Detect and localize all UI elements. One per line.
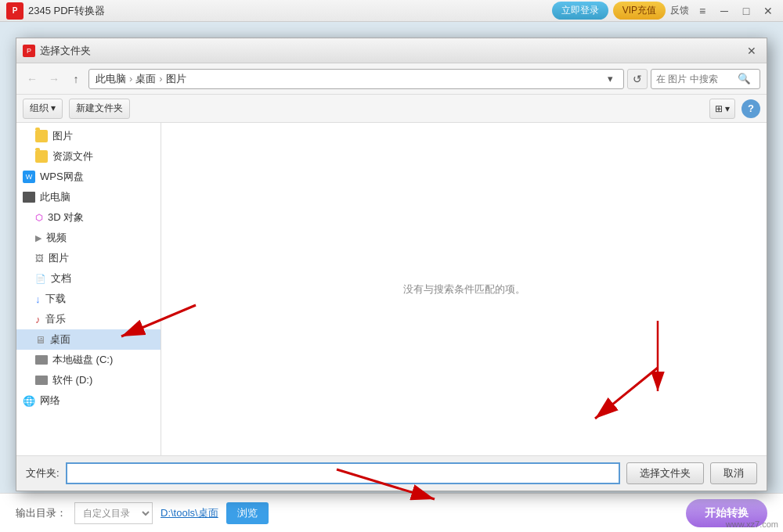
sidebar-item-video[interactable]: ▶ 视频 (16, 228, 161, 248)
sidebar-label: 本地磁盘 (C:) (52, 353, 113, 367)
sidebar-label: 图片 (52, 129, 73, 143)
vip-button[interactable]: VIP充值 (613, 2, 666, 20)
desktop-icon: 🖥 (35, 334, 45, 346)
login-button[interactable]: 立即登录 (552, 2, 608, 20)
minimize-button[interactable]: ─ (716, 2, 733, 20)
dialog-title: 选择文件夹 (40, 44, 743, 58)
breadcrumb-dropdown-button[interactable]: ▾ (603, 72, 617, 86)
dialog-icon: P (23, 45, 35, 57)
output-path-link[interactable]: D:\tools\桌面 (161, 506, 218, 520)
computer-icon (23, 192, 35, 203)
up-button[interactable]: ↑ (67, 70, 85, 88)
forward-button[interactable]: → (45, 70, 63, 88)
watermark: www.xz7.com (726, 519, 778, 529)
file-dialog: P 选择文件夹 ✕ ← → ↑ 此电脑 › 桌面 › 图片 ▾ ↺ 🔍 (16, 38, 767, 491)
sidebar-item-computer[interactable]: 此电脑 (16, 187, 161, 207)
refresh-button[interactable]: ↺ (627, 69, 648, 89)
music-icon: ♪ (35, 314, 41, 325)
dialog-content: 图片 资源文件 W WPS网盘 此电脑 ⬡ 3D 对象 (16, 123, 767, 455)
sidebar-item-desktop[interactable]: 🖥 桌面 (16, 329, 161, 350)
documents-icon: 📄 (35, 274, 46, 284)
sidebar-item-pictures-top[interactable]: 图片 (16, 126, 161, 146)
maximize-button[interactable]: □ (738, 2, 755, 20)
folder-input-label: 文件夹: (26, 466, 60, 480)
drive-c-icon: C (35, 355, 48, 365)
file-area: 没有与搜索条件匹配的项。 (161, 123, 767, 455)
browse-button[interactable]: 浏览 (226, 502, 269, 524)
3d-icon: ⬡ (35, 213, 43, 223)
sidebar-item-pictures[interactable]: 🖼 图片 (16, 248, 161, 268)
downloads-icon: ↓ (35, 293, 41, 305)
sidebar-label: 网络 (40, 394, 60, 408)
search-icon[interactable]: 🔍 (738, 73, 751, 84)
sidebar-item-drive-c[interactable]: C 本地磁盘 (C:) (16, 350, 161, 370)
dialog-close-button[interactable]: ✕ (743, 42, 760, 59)
sidebar-label: 桌面 (50, 332, 70, 347)
network-icon: 🌐 (23, 395, 35, 407)
dialog-bottom: 文件夹: 选择文件夹 取消 (16, 455, 767, 491)
menu-button[interactable]: ≡ (694, 2, 711, 20)
view-button[interactable]: ⊞ ▾ (709, 99, 735, 119)
close-app-button[interactable]: ✕ (760, 2, 777, 20)
sidebar-item-wps[interactable]: W WPS网盘 (16, 167, 161, 187)
app-logo: P (6, 2, 23, 20)
wps-cloud-icon: W (23, 171, 35, 183)
sidebar-label: 图片 (49, 251, 69, 265)
back-button[interactable]: ← (23, 70, 41, 88)
folder-icon (35, 130, 48, 142)
select-folder-button[interactable]: 选择文件夹 (626, 462, 704, 484)
sidebar-label: 视频 (46, 231, 67, 245)
sidebar-item-resources[interactable]: 资源文件 (16, 146, 161, 167)
empty-message: 没有与搜索条件匹配的项。 (403, 282, 525, 297)
breadcrumb-desktop[interactable]: 桌面 (135, 72, 156, 86)
app-nav-buttons: 立即登录 VIP充值 反馈 ≡ ─ □ ✕ (552, 2, 777, 20)
search-input[interactable] (656, 74, 734, 84)
sidebar-item-downloads[interactable]: ↓ 下载 (16, 289, 161, 309)
breadcrumb-pictures[interactable]: 图片 (166, 72, 186, 86)
app-titlebar: P 2345 PDF转换器 立即登录 VIP充值 反馈 ≡ ─ □ ✕ (0, 0, 783, 22)
sidebar-label: 下载 (45, 292, 66, 306)
app-title: 2345 PDF转换器 (28, 4, 552, 18)
sidebar-label: 此电脑 (40, 190, 70, 204)
output-label: 输出目录： (16, 506, 67, 520)
feedback-button[interactable]: 反馈 (670, 4, 689, 17)
dialog-titlebar: P 选择文件夹 ✕ (16, 38, 767, 63)
file-sidebar: 图片 资源文件 W WPS网盘 此电脑 ⬡ 3D 对象 (16, 123, 161, 455)
cancel-button[interactable]: 取消 (710, 462, 757, 484)
video-icon: ▶ (35, 233, 41, 243)
breadcrumb-computer[interactable]: 此电脑 (96, 72, 126, 86)
sidebar-label: 3D 对象 (48, 210, 84, 225)
output-select[interactable]: 自定义目录 (74, 502, 153, 524)
organize-button[interactable]: 组织 ▾ (23, 99, 63, 119)
app-bottom-bar: 输出目录： 自定义目录 D:\tools\桌面 浏览 开始转换 (0, 493, 783, 532)
folder-path-input[interactable] (66, 462, 620, 484)
sidebar-label: 音乐 (45, 312, 66, 326)
sidebar-label: 软件 (D:) (52, 373, 92, 387)
new-folder-button[interactable]: 新建文件夹 (69, 99, 130, 119)
folder-icon (35, 150, 48, 163)
sidebar-label: 资源文件 (52, 149, 93, 164)
breadcrumb-bar: 此电脑 › 桌面 › 图片 ▾ (88, 69, 624, 89)
sidebar-item-network[interactable]: 🌐 网络 (16, 390, 161, 411)
pictures-icon: 🖼 (35, 253, 44, 263)
sidebar-item-drive-d[interactable]: D 软件 (D:) (16, 370, 161, 390)
app-body: P 选择文件夹 ✕ ← → ↑ 此电脑 › 桌面 › 图片 ▾ ↺ 🔍 (0, 22, 783, 532)
help-button[interactable]: ? (742, 99, 760, 118)
sidebar-item-music[interactable]: ♪ 音乐 (16, 309, 161, 329)
sidebar-label: 文档 (51, 271, 71, 286)
sidebar-item-documents[interactable]: 📄 文档 (16, 268, 161, 289)
drive-d-icon: D (35, 376, 48, 385)
action-toolbar: 组织 ▾ 新建文件夹 ⊞ ▾ ? (16, 95, 767, 123)
nav-toolbar: ← → ↑ 此电脑 › 桌面 › 图片 ▾ ↺ 🔍 (16, 63, 767, 95)
sidebar-item-3d[interactable]: ⬡ 3D 对象 (16, 207, 161, 228)
sidebar-label: WPS网盘 (40, 170, 84, 184)
search-box: 🔍 (651, 69, 760, 89)
